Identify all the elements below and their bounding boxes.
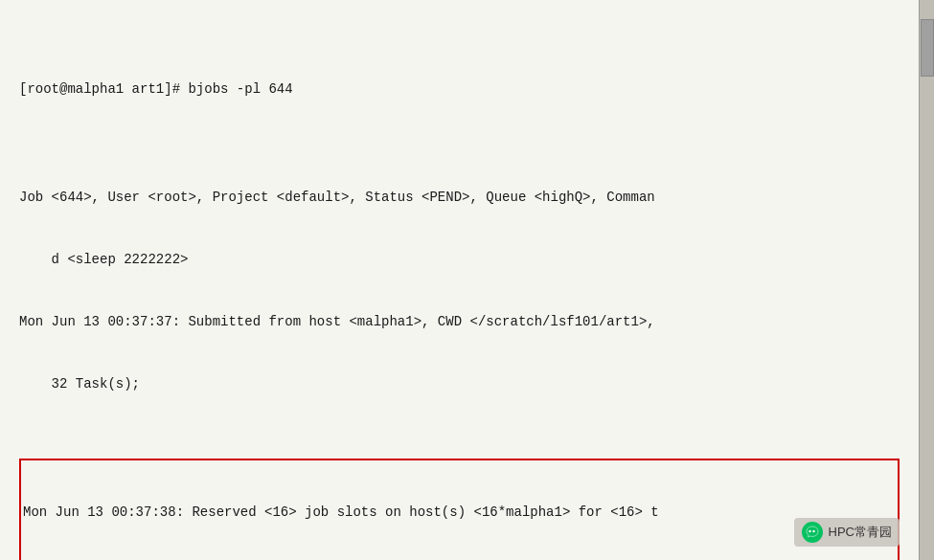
submit-line2: 32 Task(s); bbox=[19, 374, 900, 395]
watermark-text: HPC常青园 bbox=[829, 524, 892, 541]
submit-line1: Mon Jun 13 00:37:37: Submitted from host… bbox=[19, 312, 900, 333]
main-container: [root@malpha1 art1]# bjobs -pl 644 Job <… bbox=[0, 0, 934, 560]
prompt-line: [root@malpha1 art1]# bjobs -pl 644 bbox=[19, 79, 900, 101]
terminal-content: [root@malpha1 art1]# bjobs -pl 644 Job <… bbox=[19, 17, 900, 560]
gap1 bbox=[19, 142, 900, 146]
terminal-area: [root@malpha1 art1]# bjobs -pl 644 Job <… bbox=[0, 0, 919, 560]
job-info-line: Job <644>, User <root>, Project <default… bbox=[19, 188, 900, 209]
reserved-block: Mon Jun 13 00:37:38: Reserved <16> job s… bbox=[19, 459, 900, 560]
svg-point-0 bbox=[809, 530, 810, 532]
svg-point-1 bbox=[812, 530, 814, 532]
watermark: HPC常青园 bbox=[794, 518, 900, 547]
scrollbar[interactable] bbox=[919, 0, 934, 560]
wechat-icon bbox=[802, 522, 823, 543]
job-info-line2: d <sleep 2222222> bbox=[19, 250, 900, 271]
reserved-line1: Mon Jun 13 00:37:38: Reserved <16> job s… bbox=[23, 503, 896, 524]
scrollbar-thumb[interactable] bbox=[921, 19, 934, 77]
